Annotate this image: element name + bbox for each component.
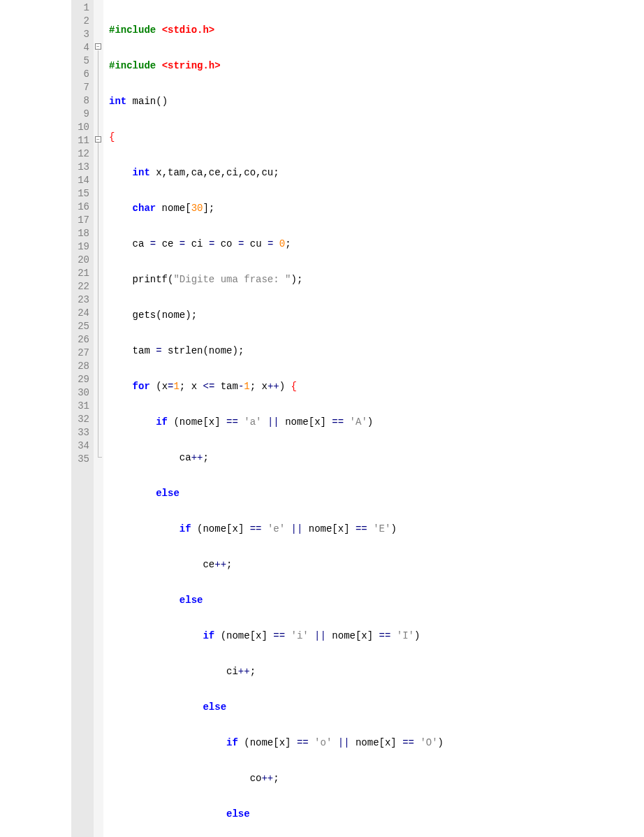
code-line: ce++; (109, 558, 513, 572)
code-line: if (nome[x] == 'e' || nome[x] == 'E') (109, 523, 513, 536)
code-line: #include <stdio.h> (109, 24, 513, 37)
code-line: int x,tam,ca,ce,ci,co,cu; (109, 166, 513, 180)
line-number: 2 (77, 15, 89, 28)
line-number: 30 (77, 386, 89, 400)
code-line: gets(nome); (109, 309, 513, 322)
line-number: 19 (77, 240, 89, 254)
code-line: else (109, 701, 513, 714)
line-number: 9 (77, 108, 89, 121)
line-number: 1 (77, 1, 89, 15)
line-number: 25 (77, 320, 89, 333)
code-editor[interactable]: 1 2 3 4 5 6 7 8 9 10 11 12 13 14 15 16 1… (71, 0, 513, 837)
line-number: 17 (77, 214, 89, 227)
code-content[interactable]: #include <stdio.h> #include <string.h> i… (103, 0, 513, 837)
line-number: 3 (77, 28, 89, 41)
code-line: ca++; (109, 451, 513, 465)
line-number: 8 (77, 94, 89, 108)
line-number: 21 (77, 267, 89, 280)
line-number: 28 (77, 360, 89, 373)
fold-toggle-icon[interactable]: − (95, 136, 101, 143)
line-number: 14 (77, 174, 89, 187)
code-line: else (109, 808, 513, 821)
line-number: 24 (77, 307, 89, 320)
line-number: 35 (77, 453, 89, 466)
line-number: 13 (77, 161, 89, 174)
line-number: 29 (77, 373, 89, 386)
fold-guide-line (98, 50, 98, 457)
code-line: else (109, 487, 513, 500)
code-line: for (x=1; x <= tam-1; x++) { (109, 380, 513, 393)
code-line: { (109, 131, 513, 144)
line-number: 6 (77, 68, 89, 81)
code-line: if (nome[x] == 'o' || nome[x] == 'O') (109, 736, 513, 750)
fold-column: − − (94, 0, 103, 837)
code-line: char nome[30]; (109, 202, 513, 215)
code-line: ci++; (109, 665, 513, 678)
code-line: ca = ce = ci = co = cu = 0; (109, 238, 513, 251)
line-number: 7 (77, 81, 89, 94)
code-line: if (nome[x] == 'a' || nome[x] == 'A') (109, 416, 513, 429)
code-line: printf("Digite uma frase: "); (109, 273, 513, 286)
code-line: int main() (109, 95, 513, 108)
line-number-gutter: 1 2 3 4 5 6 7 8 9 10 11 12 13 14 15 16 1… (71, 0, 94, 837)
line-number: 12 (77, 147, 89, 161)
line-number: 22 (77, 280, 89, 293)
line-number: 31 (77, 400, 89, 413)
fold-end-icon (98, 457, 102, 458)
line-number: 15 (77, 187, 89, 201)
code-line: if (nome[x] == 'i' || nome[x] == 'I') (109, 629, 513, 643)
line-number: 11 (77, 134, 89, 147)
line-number: 32 (77, 413, 89, 426)
line-number: 5 (77, 54, 89, 68)
fold-toggle-icon[interactable]: − (95, 43, 101, 50)
line-number: 27 (77, 347, 89, 360)
code-line: tam = strlen(nome); (109, 344, 513, 358)
line-number: 16 (77, 201, 89, 214)
code-line: else (109, 594, 513, 607)
line-number: 26 (77, 333, 89, 347)
line-number: 18 (77, 227, 89, 240)
line-number: 20 (77, 254, 89, 267)
line-number: 23 (77, 293, 89, 307)
code-line: #include <string.h> (109, 59, 513, 73)
line-number: 33 (77, 426, 89, 439)
line-number: 4 (77, 41, 89, 54)
line-number: 10 (77, 121, 89, 134)
code-line: co++; (109, 772, 513, 785)
line-number: 34 (77, 439, 89, 453)
